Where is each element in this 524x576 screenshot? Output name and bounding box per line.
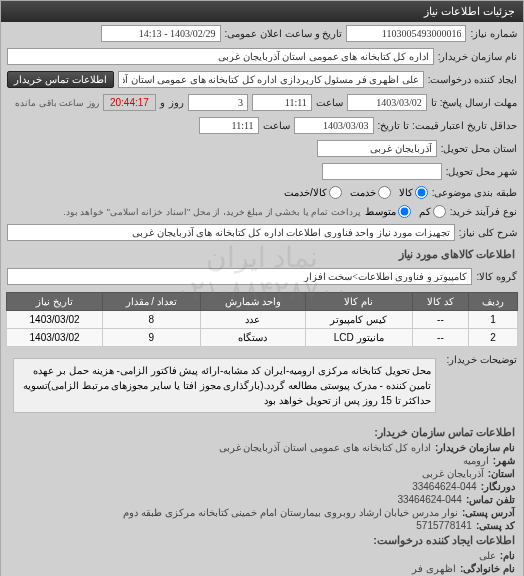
cell-unit: عدد — [200, 311, 305, 329]
radio-goods-input[interactable] — [415, 186, 428, 199]
table-row: 2 -- مانیتور LCD دستگاه 9 1403/03/02 — [7, 329, 518, 347]
deadline-label: مهلت ارسال پاسخ: تا — [431, 97, 517, 108]
row-budget: طبقه بندی موضوعی: کالا خدمت کالا/خدمت — [1, 183, 523, 202]
cprovince-label: استان: — [488, 468, 515, 479]
fax-label: دورنگار: — [481, 481, 515, 492]
cprovince-value: آذربایجان غربی — [422, 468, 484, 479]
radio-low[interactable]: کم — [419, 205, 446, 218]
time-label-2: ساعت — [263, 120, 290, 131]
number-input[interactable] — [346, 25, 466, 42]
address-label: آدرس پستی: — [462, 507, 515, 518]
row-number: شماره نیاز: تاریخ و ساعت اعلان عمومی: — [1, 22, 523, 45]
row-deadline: مهلت ارسال پاسخ: تا ساعت روز و 20:44:17 … — [1, 91, 523, 114]
announce-input[interactable] — [101, 25, 221, 42]
days-input[interactable] — [188, 94, 248, 111]
col-unit: واحد شمارش — [200, 293, 305, 311]
page-header: جزئیات اطلاعات نیاز — [1, 1, 523, 22]
row-group: گروه کالا: — [1, 265, 523, 288]
goods-section-title: اطلاعات کالاهای مورد نیاز — [1, 244, 523, 265]
col-idx: ردیف — [469, 293, 518, 311]
org-value: اداره کل کتابخانه های عمومی استان آذربای… — [219, 442, 431, 453]
cell-code: -- — [412, 311, 469, 329]
budget-label: طبقه بندی موضوعی: — [432, 187, 517, 198]
contact-section: اطلاعات تماس سازمان خریدار: نام سازمان خ… — [1, 420, 523, 576]
radio-service-input[interactable] — [378, 186, 391, 199]
budget-radio-group: کالا خدمت کالا/خدمت — [284, 186, 428, 199]
cell-name: مانیتور LCD — [305, 329, 412, 347]
city-label: شهر محل تحویل: — [446, 166, 517, 177]
goods-table: ردیف کد کالا نام کالا واحد شمارش تعداد /… — [6, 292, 518, 347]
postal-value: 5715778141 — [416, 520, 472, 531]
row-province: استان محل تحویل: — [1, 137, 523, 160]
buyer-label: نام سازمان خریدار: — [438, 51, 517, 62]
need-title-label: شرح کلی نیاز: — [459, 227, 517, 238]
row-process: نوع فرآیند خرید: کم متوسط پرداخت تمام یا… — [1, 202, 523, 221]
cell-code: -- — [412, 329, 469, 347]
remaining-label: روز ساعت باقی مانده — [15, 98, 99, 108]
time-label-1: ساعت — [316, 97, 343, 108]
fname-value: علی — [479, 550, 496, 561]
cell-unit: دستگاه — [200, 329, 305, 347]
province-input[interactable] — [317, 140, 437, 157]
validity-label: حداقل تاریخ اعتبار قیمت: تا تاریخ: — [378, 120, 517, 131]
radio-medium-input[interactable] — [398, 205, 411, 218]
radio-goods[interactable]: کالا — [399, 186, 428, 199]
row-need-title: شرح کلی نیاز: — [1, 221, 523, 244]
validity-time-input[interactable] — [199, 117, 259, 134]
city-input[interactable] — [322, 163, 442, 180]
group-label: گروه کالا: — [476, 271, 517, 282]
row-city: شهر محل تحویل: — [1, 160, 523, 183]
cell-idx: 1 — [469, 311, 518, 329]
radio-low-input[interactable] — [433, 205, 446, 218]
cell-name: کیس کامپیوتر — [305, 311, 412, 329]
header-title: جزئیات اطلاعات نیاز — [424, 5, 515, 17]
desc-box: محل تحویل کتابخانه مرکزی ارومیه-ایران کد… — [13, 358, 436, 413]
radio-goods-service[interactable]: کالا/خدمت — [284, 186, 342, 199]
deadline-time-input[interactable] — [252, 94, 312, 111]
row-requester: ایجاد کننده درخواست: اطلاعات تماس خریدار — [1, 68, 523, 91]
requester-label: ایجاد کننده درخواست: — [428, 74, 517, 85]
process-label: نوع فرآیند خرید: — [450, 206, 517, 217]
buyer-input[interactable] — [7, 48, 434, 65]
and-label: و — [160, 97, 165, 108]
table-header-row: ردیف کد کالا نام کالا واحد شمارش تعداد /… — [7, 293, 518, 311]
lname-value: اظهری فر — [412, 563, 456, 574]
main-container: نماد ایران ۰۲۱-۸۸۴۲۸۷۰۰ جزئیات اطلاعات ن… — [0, 0, 524, 576]
col-qty: تعداد / مقدار — [102, 293, 200, 311]
process-radio-group: کم متوسط — [365, 205, 446, 218]
radio-service[interactable]: خدمت — [350, 186, 391, 199]
fax-value: 33464624-044 — [412, 481, 477, 492]
radio-medium[interactable]: متوسط — [365, 205, 411, 218]
process-note: پرداخت تمام یا بخشی از مبلغ خرید، از محل… — [63, 207, 360, 217]
ccity-label: شهر: — [493, 455, 515, 466]
group-input[interactable] — [7, 268, 472, 285]
radio-goods-service-input[interactable] — [329, 186, 342, 199]
col-code: کد کالا — [412, 293, 469, 311]
requester-section-title: اطلاعات ایجاد کننده درخواست: — [9, 532, 515, 549]
cell-qty: 8 — [102, 311, 200, 329]
col-name: نام کالا — [305, 293, 412, 311]
address-value: نوار مدرس خیابان ارشاد روبروی بیمارستان … — [123, 507, 458, 518]
cell-date: 1403/03/02 — [7, 311, 103, 329]
fname-label: نام: — [500, 550, 515, 561]
province-label: استان محل تحویل: — [441, 143, 517, 154]
row-desc: توضیحات خریدار: محل تحویل کتابخانه مرکزی… — [1, 351, 523, 420]
cell-date: 1403/03/02 — [7, 329, 103, 347]
need-title-input[interactable] — [7, 224, 455, 241]
row-buyer: نام سازمان خریدار: — [1, 45, 523, 68]
validity-date-input[interactable] — [294, 117, 374, 134]
requester-input[interactable] — [118, 71, 424, 88]
deadline-date-input[interactable] — [347, 94, 427, 111]
number-label: شماره نیاز: — [470, 28, 517, 39]
table-row: 1 -- کیس کامپیوتر عدد 8 1403/03/02 — [7, 311, 518, 329]
contact-buyer-button[interactable]: اطلاعات تماس خریدار — [7, 71, 114, 88]
phone-label: تلفن تماس: — [466, 494, 515, 505]
row-validity: حداقل تاریخ اعتبار قیمت: تا تاریخ: ساعت — [1, 114, 523, 137]
lname-label: نام خانوادگی: — [460, 563, 515, 574]
cell-qty: 9 — [102, 329, 200, 347]
postal-label: کد پستی: — [476, 520, 515, 531]
countdown: 20:44:17 — [103, 94, 156, 111]
cell-idx: 2 — [469, 329, 518, 347]
org-label: نام سازمان خریدار: — [435, 442, 515, 453]
phone-value: 33464624-044 — [397, 494, 462, 505]
